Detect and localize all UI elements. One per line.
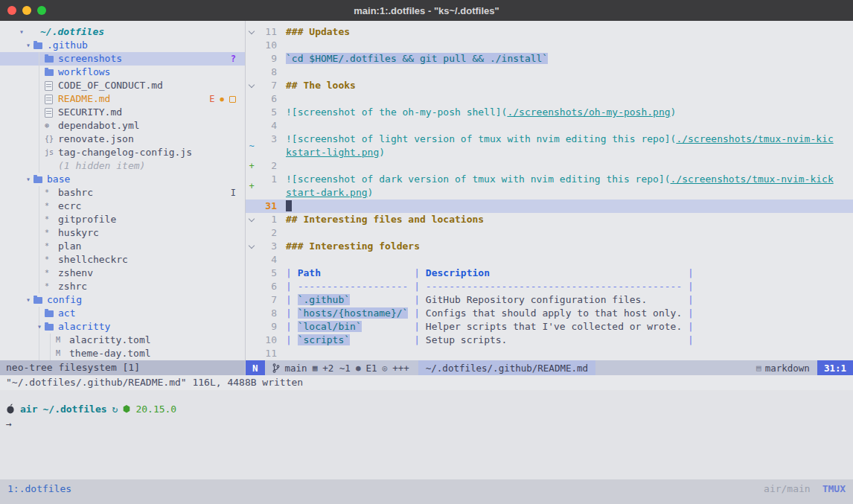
- node-version: 20.15.0: [135, 403, 176, 415]
- tree-item-zshrc[interactable]: *zshrc: [0, 280, 245, 293]
- tree-item-tag-changelog-config-js[interactable]: jstag-changelog-config.js: [0, 146, 245, 159]
- chevron-down-icon[interactable]: ▾: [23, 173, 33, 186]
- tree-item-github[interactable]: ▾.github: [0, 39, 245, 52]
- tree-item-1-hidden-item[interactable]: (1 hidden item): [0, 159, 245, 173]
- tree-item-code-of-conduct-md[interactable]: CODE_OF_CONDUCT.md: [0, 79, 245, 92]
- statusline-left: main ▦ +2 ~1 ● E1 ◎ +++: [265, 363, 417, 374]
- text-segment-pipe: |: [688, 294, 694, 305]
- fold-open-icon[interactable]: [246, 213, 258, 226]
- zoom-button[interactable]: [37, 6, 46, 15]
- tree-item-screenshots[interactable]: screenshots?: [0, 52, 245, 66]
- tree-item-base[interactable]: ▾base: [0, 173, 245, 186]
- tree-item-bashrc[interactable]: *bashrcI: [0, 186, 245, 200]
- tree-item-readme-md[interactable]: README.mdE●: [0, 92, 245, 106]
- line-number: 6: [258, 92, 277, 106]
- fold-open-icon[interactable]: [246, 240, 258, 253]
- line-text: ![screenshot of dark version of tmux wit…: [286, 173, 834, 200]
- tree-item-label: dependabot.yml: [58, 119, 140, 133]
- editor-line[interactable]: 8| `hosts/{hostname}/` | Configs that sh…: [246, 307, 853, 320]
- tree-item-ecrc[interactable]: *ecrc: [0, 200, 245, 213]
- tree-item-badge: ?: [231, 52, 236, 66]
- shell-pane[interactable]: air ~/.dotfiles ↻ 20.15.0 →: [0, 390, 853, 479]
- titlebar[interactable]: main:1:.dotfiles - "ks~/.dotfiles": [0, 0, 853, 21]
- line-number: 6: [258, 280, 277, 293]
- git-status-icon: ↻: [112, 403, 118, 415]
- text-segment-heading: ### Updates: [286, 26, 350, 37]
- tree-item-huskyrc[interactable]: *huskyrc: [0, 226, 245, 240]
- minimize-button[interactable]: [22, 6, 31, 15]
- text-segment-code: `hosts/{hostname}/`: [298, 307, 409, 319]
- editor-line[interactable]: 6| ------------------- | ---------------…: [246, 280, 853, 293]
- tree-item-label: theme-day.toml: [69, 347, 151, 360]
- editor-line[interactable]: 3### Interesting folders: [246, 240, 853, 253]
- chevron-down-icon[interactable]: ▾: [34, 320, 45, 334]
- editor-line[interactable]: 8: [246, 66, 853, 79]
- editor-line[interactable]: 7## The looks: [246, 79, 853, 92]
- editor-line[interactable]: 11### Updates: [246, 25, 853, 39]
- tree-item-gitprofile[interactable]: *gitprofile: [0, 213, 245, 226]
- tree-item-label: CODE_OF_CONDUCT.md: [58, 79, 163, 92]
- tree-item-shellcheckrc[interactable]: *shellcheckrc: [0, 253, 245, 267]
- star-icon: *: [45, 213, 49, 226]
- text-segment-dash: -------------------: [298, 281, 409, 292]
- tree-item-zshenv[interactable]: *zshenv: [0, 267, 245, 280]
- editor-window[interactable]: 11### Updates109`cd $HOME/.dotfiles && g…: [246, 21, 853, 375]
- neo-tree-sidebar: ▾~/.dotfiles▾.githubscreenshots?workflow…: [0, 21, 246, 375]
- chevron-shape: [249, 28, 255, 34]
- chevron-down-icon[interactable]: ▾: [23, 293, 33, 307]
- editor-line[interactable]: ~3![screenshot of light version of tmux …: [246, 133, 853, 159]
- line-number: 31: [258, 200, 277, 213]
- editor-line[interactable]: 1## Interesting files and locations: [246, 213, 853, 226]
- line-number: 4: [258, 119, 277, 133]
- line-number: 7: [258, 79, 277, 92]
- close-button[interactable]: [7, 6, 16, 15]
- line-number: 11: [258, 347, 277, 360]
- tree-item-theme-day-toml[interactable]: Mtheme-day.toml: [0, 347, 245, 360]
- tree-item-dotfiles[interactable]: ▾~/.dotfiles: [0, 25, 245, 39]
- tree-icon-slot: *: [45, 226, 58, 240]
- text-segment-pipe: |: [414, 294, 426, 305]
- prompt-arrow[interactable]: →: [6, 418, 847, 431]
- tree-icon-slot: [45, 324, 58, 331]
- tree-item-alacritty-toml[interactable]: Malacritty.toml: [0, 334, 245, 347]
- tree-item-alacritty[interactable]: ▾alacritty: [0, 320, 245, 334]
- editor-line[interactable]: 7| `.github` | GitHub Repository configu…: [246, 293, 853, 307]
- tree-item-security-md[interactable]: SECURITY.md: [0, 106, 245, 119]
- tree-icon-slot: [45, 69, 58, 76]
- editor-lines: 11### Updates109`cd $HOME/.dotfiles && g…: [246, 21, 853, 360]
- line-text: | `scripts` | Setup scripts. |: [286, 334, 694, 347]
- editor-line[interactable]: 11: [246, 347, 853, 360]
- tree-item-act[interactable]: act: [0, 307, 245, 320]
- editor-line[interactable]: 6: [246, 92, 853, 106]
- editor-line[interactable]: 9`cd $HOME/.dotfiles && git pull && ./in…: [246, 52, 853, 66]
- editor-line[interactable]: 10: [246, 39, 853, 52]
- tree-icon-slot: [45, 56, 58, 63]
- shell-prompt: air ~/.dotfiles ↻ 20.15.0: [6, 402, 847, 415]
- editor-line[interactable]: 5| Path | Description |: [246, 267, 853, 280]
- editor-line[interactable]: +2: [246, 159, 853, 173]
- editor-line[interactable]: 4: [246, 253, 853, 267]
- editor-line[interactable]: 9| `local/bin` | Helper scripts that I'v…: [246, 320, 853, 334]
- editor-line[interactable]: 4: [246, 119, 853, 133]
- editor-line[interactable]: 2: [246, 226, 853, 240]
- editor-line[interactable]: 5![screenshot of the oh-my-posh shell](.…: [246, 106, 853, 119]
- tmux-window-label[interactable]: 1:.dotfiles: [7, 483, 71, 494]
- tree-item-label: base: [47, 173, 70, 186]
- tree-item-renovate-json[interactable]: {}renovate.json: [0, 133, 245, 146]
- editor-line[interactable]: +1![screenshot of dark version of tmux w…: [246, 173, 853, 200]
- tree-item-workflows[interactable]: workflows: [0, 66, 245, 79]
- line-number: 5: [258, 267, 277, 280]
- chevron-down-icon[interactable]: ▾: [23, 39, 33, 52]
- fold-open-icon[interactable]: [246, 25, 258, 39]
- tree-icon-slot: *: [45, 240, 58, 253]
- tree-icon-slot: *: [45, 200, 58, 213]
- star-icon: *: [45, 267, 49, 280]
- editor-line[interactable]: 31: [246, 200, 853, 213]
- fold-open-icon[interactable]: [246, 79, 258, 92]
- chevron-down-icon[interactable]: ▾: [16, 25, 27, 39]
- tree-item-config[interactable]: ▾config: [0, 293, 245, 307]
- tree-item-plan[interactable]: *plan: [0, 240, 245, 253]
- text-segment-code: `.github`: [298, 294, 350, 305]
- editor-line[interactable]: 10| `scripts` | Setup scripts. |: [246, 334, 853, 347]
- tree-item-dependabot-yml[interactable]: ⊛dependabot.yml: [0, 119, 245, 133]
